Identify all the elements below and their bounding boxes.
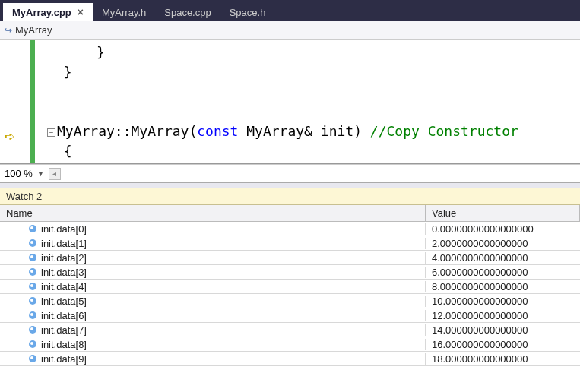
code-text: MyArray::MyArray( xyxy=(57,123,197,139)
code-comment: //Copy Constructor xyxy=(370,123,518,139)
panel-divider[interactable] xyxy=(0,182,580,188)
tab-label: Space.cpp xyxy=(164,7,211,18)
variable-icon xyxy=(29,326,36,334)
variable-icon xyxy=(29,340,36,348)
watch-var-name: init.data[1] xyxy=(41,238,87,249)
tab-label: MyArray.cpp xyxy=(12,7,71,18)
arrow-right-icon: ↪ xyxy=(5,25,12,36)
variable-icon xyxy=(29,297,36,305)
watch-row[interactable]: init.data[3]6.0000000000000000 xyxy=(0,265,580,280)
watch-row-name: init.data[9] xyxy=(0,353,426,365)
watch-var-name: init.data[9] xyxy=(41,353,87,365)
variable-icon xyxy=(29,239,36,247)
code-content[interactable]: } } −MyArray::MyArray(const MyArray& ini… xyxy=(46,40,580,163)
watch-var-value: 10.000000000000000 xyxy=(426,296,580,307)
outline-bar xyxy=(35,40,46,163)
watch-var-value: 4.0000000000000000 xyxy=(426,252,580,264)
tab-space-h[interactable]: Space.h xyxy=(220,3,275,21)
watch-var-name: init.data[3] xyxy=(41,267,87,278)
editor-gutter: ➪ xyxy=(0,40,30,163)
watch-var-value: 12.000000000000000 xyxy=(426,310,580,321)
watch-row[interactable]: init.data[2]4.0000000000000000 xyxy=(0,251,580,265)
watch-row-name: init.data[2] xyxy=(0,252,426,264)
watch-var-value: 14.000000000000000 xyxy=(426,324,580,336)
code-brace: { xyxy=(64,143,72,159)
variable-icon xyxy=(29,254,36,261)
watch-var-name: init.data[0] xyxy=(41,223,87,235)
watch-var-name: init.data[4] xyxy=(41,281,87,292)
watch-var-name: init.data[7] xyxy=(41,324,87,336)
watch-header: Name Value xyxy=(0,205,580,222)
watch-row[interactable]: init.data[6]12.000000000000000 xyxy=(0,308,580,323)
tab-myarray-h[interactable]: MyArray.h xyxy=(93,3,155,21)
tab-myarray-cpp[interactable]: MyArray.cpp × xyxy=(3,3,93,21)
code-brace: } xyxy=(97,44,105,60)
watch-col-name[interactable]: Name xyxy=(0,205,426,221)
watch-row-name: init.data[5] xyxy=(0,296,426,307)
code-text: MyArray& init) xyxy=(238,123,369,139)
watch-col-value[interactable]: Value xyxy=(426,205,580,221)
file-tabbar: MyArray.cpp × MyArray.h Space.cpp Space.… xyxy=(0,0,580,21)
watch-row-name: init.data[3] xyxy=(0,267,426,278)
breadcrumb[interactable]: ↪ MyArray xyxy=(0,21,580,40)
tab-label: Space.h xyxy=(230,7,266,18)
watch-var-name: init.data[2] xyxy=(41,252,87,264)
watch-row[interactable]: init.data[7]14.000000000000000 xyxy=(0,323,580,337)
tab-space-cpp[interactable]: Space.cpp xyxy=(155,3,220,21)
watch-var-value: 0.00000000000000000 xyxy=(426,223,580,235)
watch-var-name: init.data[6] xyxy=(41,310,87,321)
breadcrumb-current: MyArray xyxy=(15,24,52,36)
editor-footer: 100 % ▼ ◂ xyxy=(0,164,580,182)
close-icon[interactable]: × xyxy=(78,6,84,18)
watch-row-name: init.data[4] xyxy=(0,281,426,292)
collapse-icon[interactable]: − xyxy=(47,128,55,137)
zoom-level[interactable]: 100 % xyxy=(5,168,33,179)
watch-body: init.data[0]0.00000000000000000init.data… xyxy=(0,222,580,392)
watch-row[interactable]: init.data[1]2.0000000000000000 xyxy=(0,236,580,251)
scroll-left-button[interactable]: ◂ xyxy=(49,168,61,180)
code-editor[interactable]: ➪ } } −MyArray::MyArray(const MyArray& i… xyxy=(0,40,580,164)
watch-var-name: init.data[5] xyxy=(41,296,87,307)
variable-icon xyxy=(29,311,36,319)
watch-row[interactable]: init.data[9]18.000000000000000 xyxy=(0,352,580,366)
chevron-down-icon[interactable]: ▼ xyxy=(37,170,44,178)
watch-row-name: init.data[8] xyxy=(0,339,426,350)
watch-row[interactable]: init.data[4]8.0000000000000000 xyxy=(0,280,580,294)
watch-var-name: init.data[8] xyxy=(41,339,87,350)
watch-var-value: 18.000000000000000 xyxy=(426,353,580,365)
watch-row-name: init.data[1] xyxy=(0,238,426,249)
variable-icon xyxy=(29,355,36,362)
watch-row-name: init.data[7] xyxy=(0,324,426,336)
watch-row[interactable]: init.data[5]10.000000000000000 xyxy=(0,294,580,308)
execution-pointer-icon: ➪ xyxy=(5,129,14,144)
code-brace: } xyxy=(64,64,72,80)
variable-icon xyxy=(29,268,36,276)
watch-row[interactable]: init.data[8]16.000000000000000 xyxy=(0,337,580,352)
watch-var-value: 8.0000000000000000 xyxy=(426,281,580,292)
variable-icon xyxy=(29,225,36,232)
watch-panel: Watch 2 Name Value init.data[0]0.0000000… xyxy=(0,188,580,392)
watch-row-name: init.data[6] xyxy=(0,310,426,321)
code-keyword: const xyxy=(197,123,238,139)
variable-icon xyxy=(29,283,36,290)
watch-var-value: 2.0000000000000000 xyxy=(426,238,580,249)
watch-var-value: 6.0000000000000000 xyxy=(426,267,580,278)
tab-label: MyArray.h xyxy=(102,7,146,18)
watch-panel-title[interactable]: Watch 2 xyxy=(0,188,580,205)
watch-row[interactable]: init.data[0]0.00000000000000000 xyxy=(0,222,580,236)
watch-var-value: 16.000000000000000 xyxy=(426,339,580,350)
watch-row-name: init.data[0] xyxy=(0,223,426,235)
